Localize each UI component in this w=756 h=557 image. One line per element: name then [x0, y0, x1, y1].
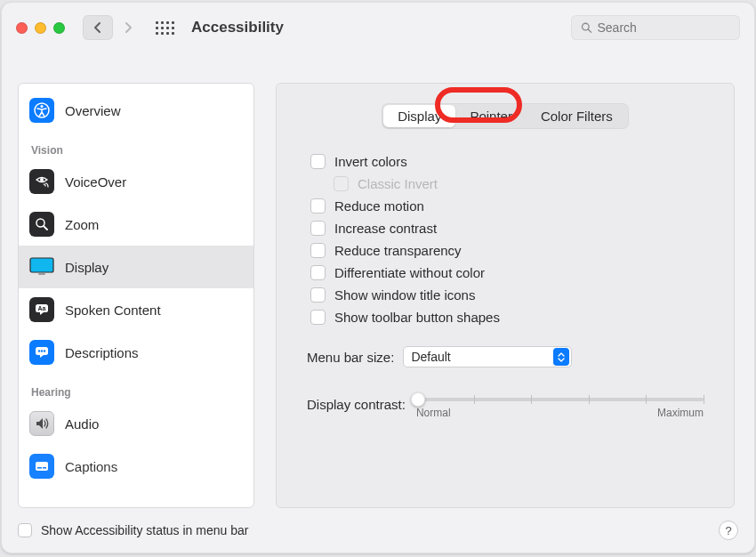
titlebar: Accessibility	[2, 3, 754, 52]
content-area: Overview Vision VoiceOver Zoom Display	[2, 52, 754, 512]
checkbox[interactable]	[310, 310, 326, 325]
option-label: Invert colors	[334, 154, 407, 169]
contrast-slider[interactable]	[416, 398, 704, 401]
sidebar-item-label: Audio	[65, 416, 99, 432]
grid-icon	[156, 21, 174, 35]
captions-icon	[29, 454, 54, 479]
sidebar-item-audio[interactable]: Audio	[19, 402, 253, 445]
slider-max-label: Maximum	[657, 407, 704, 419]
sidebar-item-spoken-content[interactable]: Aa Spoken Content	[19, 288, 253, 331]
svg-point-13	[41, 350, 43, 351]
audio-icon	[29, 411, 54, 436]
checkbox[interactable]	[310, 243, 326, 258]
descriptions-icon	[29, 340, 54, 365]
option-label: Show toolbar button shapes	[334, 310, 500, 325]
svg-line-1	[588, 29, 591, 32]
options-list: Invert colors Classic Invert Reduce moti…	[310, 154, 704, 325]
zoom-icon	[29, 212, 54, 237]
option-increase-contrast[interactable]: Increase contrast	[310, 221, 704, 236]
sidebar-item-label: VoiceOver	[65, 174, 126, 190]
option-differentiate-without-color[interactable]: Differentiate without color	[310, 265, 704, 280]
sidebar-item-label: Spoken Content	[65, 303, 161, 318]
show-all-button[interactable]	[152, 15, 177, 40]
option-label: Increase contrast	[334, 221, 437, 236]
window-title: Accessibility	[191, 19, 284, 36]
tab-color-filters[interactable]: Color Filters	[527, 105, 627, 127]
option-label: Show window title icons	[334, 287, 475, 303]
sidebar[interactable]: Overview Vision VoiceOver Zoom Display	[18, 83, 254, 508]
sidebar-item-display[interactable]: Display	[19, 246, 253, 288]
minimize-window-button[interactable]	[35, 22, 46, 34]
sidebar-item-overview[interactable]: Overview	[19, 89, 253, 132]
preferences-window: Accessibility Overview Vision VoiceOver	[1, 2, 755, 553]
select-value: Default	[411, 350, 450, 364]
show-status-checkbox[interactable]	[18, 523, 32, 537]
menu-bar-size-label: Menu bar size:	[307, 350, 394, 365]
close-window-button[interactable]	[16, 22, 28, 34]
select-stepper-icon	[553, 348, 569, 366]
tab-display[interactable]: Display	[383, 105, 455, 127]
sidebar-category-hearing: Hearing	[19, 374, 253, 402]
sidebar-item-label: Captions	[65, 459, 117, 474]
sidebar-item-label: Descriptions	[65, 345, 139, 360]
forward-button[interactable]	[113, 15, 143, 40]
checkbox[interactable]	[310, 287, 326, 303]
checkbox[interactable]	[310, 198, 326, 214]
window-controls	[16, 22, 65, 34]
spoken-content-icon: Aa	[29, 297, 54, 322]
display-contrast-row: Display contrast: Normal	[307, 389, 704, 419]
show-status-label: Show Accessibility status in menu bar	[41, 523, 248, 537]
search-input[interactable]	[597, 20, 730, 35]
svg-text:Aa: Aa	[38, 305, 46, 311]
option-reduce-motion[interactable]: Reduce motion	[310, 198, 704, 214]
sidebar-category-vision: Vision	[19, 132, 253, 160]
svg-point-3	[40, 105, 43, 108]
search-field[interactable]	[571, 15, 740, 40]
sidebar-item-voiceover[interactable]: VoiceOver	[19, 160, 253, 203]
tab-segmented-control: Display Pointer Color Filters	[382, 103, 629, 129]
question-icon: ?	[725, 524, 731, 537]
checkbox	[334, 176, 349, 191]
tab-pointer[interactable]: Pointer	[455, 105, 527, 127]
svg-point-4	[40, 178, 44, 182]
svg-point-12	[38, 350, 40, 351]
help-button[interactable]: ?	[719, 521, 738, 540]
svg-rect-15	[36, 462, 48, 471]
option-show-toolbar-button-shapes[interactable]: Show toolbar button shapes	[310, 310, 704, 325]
menu-bar-size-select[interactable]: Default	[403, 346, 572, 367]
display-contrast-label: Display contrast:	[307, 397, 406, 412]
sidebar-item-descriptions[interactable]: Descriptions	[19, 331, 253, 374]
checkbox[interactable]	[310, 265, 326, 280]
sidebar-item-zoom[interactable]: Zoom	[19, 203, 253, 246]
option-invert-colors[interactable]: Invert colors	[310, 154, 704, 169]
voiceover-icon	[29, 169, 54, 194]
back-button[interactable]	[83, 15, 113, 40]
svg-point-14	[44, 350, 45, 351]
sidebar-item-label: Overview	[65, 103, 121, 118]
svg-rect-17	[43, 467, 46, 469]
option-label: Reduce motion	[334, 198, 424, 214]
checkbox[interactable]	[310, 221, 326, 236]
sidebar-item-label: Display	[65, 260, 109, 275]
svg-line-6	[44, 226, 47, 230]
svg-rect-16	[37, 467, 42, 469]
accessibility-icon	[29, 98, 54, 123]
option-label: Reduce transparency	[334, 243, 462, 258]
settings-panel: Display Pointer Color Filters Invert col…	[276, 83, 735, 508]
zoom-window-button[interactable]	[53, 22, 65, 34]
option-reduce-transparency[interactable]: Reduce transparency	[310, 243, 704, 258]
footer: Show Accessibility status in menu bar ?	[2, 512, 754, 553]
slider-knob[interactable]	[411, 392, 425, 407]
sidebar-item-label: Zoom	[65, 217, 99, 232]
sidebar-item-captions[interactable]: Captions	[19, 445, 253, 480]
option-label: Classic Invert	[358, 176, 438, 191]
checkbox[interactable]	[310, 154, 326, 169]
option-show-window-title-icons[interactable]: Show window title icons	[310, 287, 704, 303]
menu-bar-size-row: Menu bar size: Default	[307, 346, 704, 367]
display-icon	[29, 254, 54, 279]
svg-rect-7	[30, 258, 53, 272]
option-label: Differentiate without color	[334, 265, 485, 280]
nav-buttons	[83, 15, 143, 40]
slider-min-label: Normal	[416, 407, 451, 419]
option-classic-invert: Classic Invert	[334, 176, 704, 191]
